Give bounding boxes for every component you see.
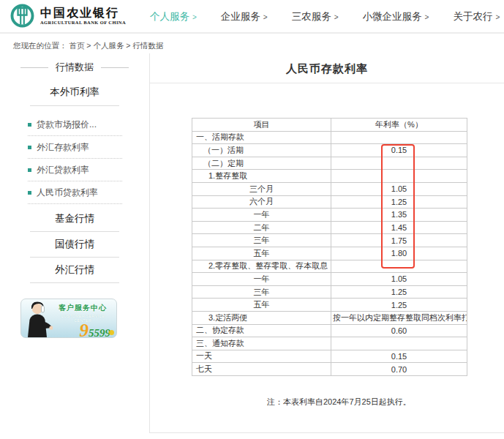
service-agent-image — [22, 299, 53, 337]
nav-item[interactable]: 企业服务 > — [221, 10, 268, 23]
item-cell: 一天 — [192, 350, 331, 363]
chevron-right-icon: > — [263, 13, 268, 21]
rate-cell: 按一年以内定期整存整取同档次利率打六折执行 — [331, 311, 467, 324]
square-bullet-icon — [28, 191, 31, 195]
service-phone-number: 95599 — [50, 323, 115, 338]
sidebar-rate-link-label: 贷款市场报价... — [37, 119, 97, 131]
sidebar-rate-link[interactable]: 人民币贷款利率 — [28, 181, 122, 204]
item-cell: 一、活期存款 — [192, 131, 331, 144]
breadcrumb-path[interactable]: 首页 > 个人服务 > 行情数据 — [69, 41, 163, 50]
nav-item[interactable]: 三农服务 > — [292, 10, 339, 23]
sidebar-title: 行情数据 — [0, 61, 149, 74]
nav-item[interactable]: 个人服务 > — [150, 10, 197, 23]
sidebar-link[interactable]: 外汇行情 — [30, 258, 119, 283]
sidebar: 行情数据 本外币利率 贷款市场报价... 外汇存款利率 外汇贷款利率 人民币贷款… — [0, 53, 149, 433]
table-row: 一、活期存款 — [192, 131, 467, 144]
rate-cell — [331, 260, 467, 273]
sidebar-rate-link-label: 外汇贷款利率 — [37, 164, 89, 176]
item-cell: 一年 — [192, 209, 331, 222]
service-center-title-en: CUSTOMER SERVICE CENTER — [53, 314, 113, 322]
decor-line-left — [20, 67, 48, 68]
table-row: 五年 1.25 — [192, 299, 467, 312]
item-cell: 三、通知存款 — [192, 337, 331, 350]
item-cell: 二年 — [192, 221, 331, 234]
chevron-right-icon: > — [425, 13, 429, 21]
rate-cell: 1.25 — [331, 195, 467, 209]
rate-cell: 1.75 — [331, 234, 467, 247]
rate-cell: 0.15 — [331, 350, 467, 363]
service-center-title-cn: 客户服务中心 — [50, 303, 115, 313]
item-cell: （二）定期 — [192, 157, 331, 170]
rate-cell: 1.05 — [331, 273, 467, 286]
sidebar-title-label: 行情数据 — [56, 61, 94, 74]
service-banner-text: 客户服务中心 CUSTOMER SERVICE CENTER 95599 — [50, 303, 115, 338]
item-cell: 五年 — [192, 299, 331, 312]
sidebar-rate-link[interactable]: 外汇存款利率 — [28, 136, 122, 159]
logo-name-en: AGRICULTURAL BANK OF CHINA — [40, 20, 126, 25]
nav-item[interactable]: 关于农行 > — [453, 10, 500, 23]
table-row: 三年 1.25 — [192, 285, 467, 299]
item-cell: 六个月 — [192, 195, 331, 209]
sidebar-link[interactable]: 基金行情 — [30, 206, 119, 232]
rate-cell: 0.15 — [331, 144, 467, 157]
item-cell: 三个月 — [192, 182, 331, 195]
rates-table-body: 一、活期存款 （一）活期 0.15 （二）定期 1.整存整取 — [192, 131, 467, 375]
customer-service-banner[interactable]: 客户服务中心 CUSTOMER SERVICE CENTER 95599 — [20, 299, 117, 338]
square-bullet-icon — [28, 168, 31, 172]
square-bullet-icon — [28, 123, 31, 127]
sidebar-item-rates-header[interactable]: 本外币利率 — [30, 86, 119, 106]
rate-cell: 1.35 — [331, 209, 467, 222]
table-row: 一天 0.15 — [192, 350, 467, 363]
table-header-row: 项目 年利率（%） — [192, 119, 467, 132]
page-title: 人民币存款利率 — [150, 53, 504, 83]
nav-item-label: 关于农行 — [453, 10, 492, 23]
sidebar-rate-link[interactable]: 外汇贷款利率 — [28, 159, 122, 181]
chevron-right-icon: > — [495, 13, 500, 21]
square-bullet-icon — [28, 146, 31, 149]
table-row: 二、协定存款 0.60 — [192, 324, 467, 337]
nav-item[interactable]: 小微企业服务 > — [363, 10, 429, 23]
item-cell: （一）活期 — [192, 144, 331, 157]
abc-logo-icon — [10, 4, 34, 28]
table-row: （一）活期 0.15 — [192, 144, 467, 157]
table-row: （二）定期 — [192, 157, 467, 170]
bank-logo[interactable]: 中国农业银行 AGRICULTURAL BANK OF CHINA — [10, 4, 126, 28]
item-cell: 七天 — [192, 363, 331, 376]
table-row: 一年 1.05 — [192, 273, 467, 286]
item-cell: 二、协定存款 — [192, 324, 331, 337]
rate-cell: 1.05 — [331, 182, 467, 195]
nav-item-label: 企业服务 — [221, 10, 260, 23]
nav-item-label: 小微企业服务 — [363, 10, 422, 23]
item-cell: 1.整存整取 — [192, 170, 331, 183]
table-row: 五年 1.80 — [192, 247, 467, 260]
rate-cell — [331, 157, 467, 170]
rate-cell: 1.80 — [331, 247, 467, 260]
item-cell: 一年 — [192, 273, 331, 286]
rate-cell — [331, 170, 467, 183]
rates-table-wrap: 项目 年利率（%） 一、活期存款 （一）活期 0.15 — [192, 118, 468, 376]
table-row: 3.定活两便 按一年以内定期整存整取同档次利率打六折执行 — [192, 311, 467, 324]
nav-item-label: 个人服务 — [150, 10, 189, 23]
sidebar-rate-link-label: 外汇存款利率 — [37, 141, 89, 154]
table-row: 三个月 1.05 — [192, 182, 467, 195]
effective-date-note: 注：本表利率自2024年7月25日起执行。 — [267, 397, 504, 408]
sidebar-rate-link[interactable]: 贷款市场报价... — [28, 113, 122, 136]
chevron-right-icon: > — [334, 13, 339, 21]
table-row: 1.整存整取 — [192, 170, 467, 183]
item-cell: 3.定活两便 — [192, 311, 331, 324]
col-header-item: 项目 — [192, 119, 331, 132]
rates-table: 项目 年利率（%） 一、活期存款 （一）活期 0.15 — [192, 118, 467, 376]
item-cell: 三年 — [192, 234, 331, 247]
sidebar-link-label: 外汇行情 — [55, 264, 94, 275]
table-row: 七天 0.70 — [192, 363, 467, 376]
sidebar-rate-links: 贷款市场报价... 外汇存款利率 外汇贷款利率 人民币贷款利率 — [28, 113, 122, 204]
table-row: 六个月 1.25 — [192, 195, 467, 209]
logo-text: 中国农业银行 AGRICULTURAL BANK OF CHINA — [40, 7, 126, 25]
badge-dot-icon — [109, 330, 114, 335]
rate-cell — [331, 131, 467, 144]
item-cell: 五年 — [192, 247, 331, 260]
table-row: 一年 1.35 — [192, 209, 467, 222]
table-row: 三年 1.75 — [192, 234, 467, 247]
site-header: 中国农业银行 AGRICULTURAL BANK OF CHINA 个人服务 >… — [0, 0, 504, 34]
sidebar-link[interactable]: 国债行情 — [30, 232, 119, 258]
